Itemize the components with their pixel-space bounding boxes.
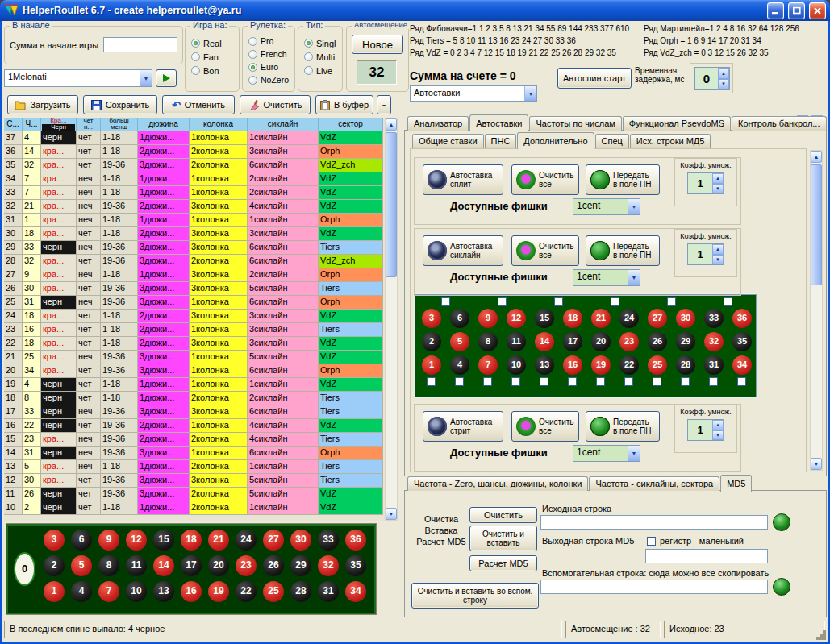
board-number-7[interactable]: 7 xyxy=(98,581,119,602)
board-number-19[interactable]: 19 xyxy=(591,355,611,375)
board-number-23[interactable]: 23 xyxy=(236,555,257,576)
radio-real[interactable]: Real xyxy=(191,36,237,50)
chips-combo-0[interactable]: 1cent▼ xyxy=(573,198,640,215)
bet-checkbox-bottom-3[interactable] xyxy=(511,377,520,386)
save-button[interactable]: Сохранить xyxy=(83,95,157,114)
board-number-34[interactable]: 34 xyxy=(345,581,366,602)
board-number-12[interactable]: 12 xyxy=(126,530,147,551)
transfer-button-2[interactable]: Передать в поле ПН xyxy=(586,411,660,442)
board-number-26[interactable]: 26 xyxy=(648,332,667,351)
clear-button[interactable]: Очистить xyxy=(240,95,311,114)
bet-checkbox-bottom-9[interactable] xyxy=(681,377,690,386)
table-scrollbar[interactable]: ▲ ▼ xyxy=(385,118,398,521)
board-number-6[interactable]: 6 xyxy=(71,530,92,551)
sub-tab-0[interactable]: Общие ставки xyxy=(412,134,484,148)
board-number-29[interactable]: 29 xyxy=(290,555,311,576)
bottom-tab-0[interactable]: Частота - Zero, шансы, дюжины, колонки xyxy=(407,476,588,491)
board-number-25[interactable]: 25 xyxy=(263,581,284,602)
md5-calc-button[interactable]: Расчет MD5 xyxy=(469,555,537,571)
register-checkbox[interactable] xyxy=(647,537,656,546)
transfer-button-0[interactable]: Передать в поле ПН xyxy=(586,164,660,195)
radio-french[interactable]: French xyxy=(248,48,293,60)
board-number-30[interactable]: 30 xyxy=(290,530,311,551)
board-number-21[interactable]: 21 xyxy=(208,530,229,551)
board-number-36[interactable]: 36 xyxy=(345,530,366,551)
board-number-35[interactable]: 35 xyxy=(345,555,366,576)
board-number-18[interactable]: 18 xyxy=(181,530,202,551)
undo-button[interactable]: ↶ Отменить xyxy=(162,95,235,114)
board-number-20[interactable]: 20 xyxy=(591,332,611,351)
right-scroll-thumb[interactable] xyxy=(811,164,822,285)
board-number-30[interactable]: 30 xyxy=(676,309,695,328)
close-button[interactable] xyxy=(809,2,826,19)
board-number-31[interactable]: 31 xyxy=(704,355,724,375)
board-number-13[interactable]: 13 xyxy=(535,355,554,375)
md5-clear-insert-aux-button[interactable]: Очистить и вставить во вспом. строку xyxy=(411,583,539,609)
board-number-9[interactable]: 9 xyxy=(478,309,498,328)
bet-checkbox-bottom-0[interactable] xyxy=(427,377,436,386)
main-tab-1[interactable]: Автоставки xyxy=(469,114,528,131)
maximize-button[interactable] xyxy=(788,2,805,19)
board-number-35[interactable]: 35 xyxy=(732,332,752,351)
board-number-15[interactable]: 15 xyxy=(153,530,174,551)
clear-all-button-2[interactable]: Очистить все xyxy=(511,411,579,442)
board-number-8[interactable]: 8 xyxy=(478,332,498,351)
radio-nozero[interactable]: NoZero xyxy=(248,73,293,86)
main-tab-0[interactable]: Анализатор xyxy=(407,116,469,131)
right-panel-scrollbar[interactable]: ▲ ▼ xyxy=(810,150,823,471)
bet-checkbox-bottom-5[interactable] xyxy=(568,377,577,386)
bet-checkbox-bottom-4[interactable] xyxy=(540,377,548,386)
main-tab-3[interactable]: Функционал PsevdoMS xyxy=(623,116,731,131)
play-button[interactable] xyxy=(156,69,177,87)
spinner-up-button[interactable]: ▲ xyxy=(712,420,724,430)
sub-tab-3[interactable]: Спец xyxy=(595,134,629,148)
board-number-32[interactable]: 32 xyxy=(318,555,339,576)
board-number-4[interactable]: 4 xyxy=(450,355,469,375)
board-number-31[interactable]: 31 xyxy=(318,581,339,602)
bet-checkbox-bottom-11[interactable] xyxy=(737,377,746,386)
radio-live[interactable]: Live xyxy=(304,64,340,77)
aux-string-input[interactable] xyxy=(540,580,768,594)
board-number-19[interactable]: 19 xyxy=(208,581,229,602)
md5-green-button-aux[interactable] xyxy=(773,578,790,596)
bet-checkbox-top-4[interactable] xyxy=(667,297,676,306)
new-shift-button[interactable]: Новое xyxy=(352,35,403,54)
board-number-33[interactable]: 33 xyxy=(704,309,724,328)
board-number-36[interactable]: 36 xyxy=(732,309,752,328)
autobet-button-2[interactable]: Автоставка стрит xyxy=(423,411,503,442)
minimize-button[interactable] xyxy=(767,2,784,19)
radio-fan[interactable]: Fan xyxy=(191,50,237,64)
output-string-input[interactable] xyxy=(645,549,768,563)
sub-tab-1[interactable]: ПНС xyxy=(485,134,517,148)
radio-euro[interactable]: Euro xyxy=(248,60,293,73)
board-number-13[interactable]: 13 xyxy=(153,581,174,602)
scroll-down-icon[interactable]: ▼ xyxy=(811,458,822,470)
board-number-16[interactable]: 16 xyxy=(181,581,202,602)
resize-grip[interactable] xyxy=(823,637,826,640)
board-number-17[interactable]: 17 xyxy=(563,332,582,351)
autobet-button-1[interactable]: Автоставка сиклайн xyxy=(423,235,503,266)
board-number-5[interactable]: 5 xyxy=(71,555,92,576)
autobets-combo[interactable]: Автоставки ▼ xyxy=(410,85,537,102)
board-number-10[interactable]: 10 xyxy=(126,581,147,602)
board-number-22[interactable]: 22 xyxy=(236,581,257,602)
board-number-25[interactable]: 25 xyxy=(648,355,667,375)
autobet-button-0[interactable]: Автоставка сплит xyxy=(423,164,503,195)
sub-tab-4[interactable]: Исх. строки МД5 xyxy=(630,134,711,148)
board-number-14[interactable]: 14 xyxy=(153,555,174,576)
board-number-22[interactable]: 22 xyxy=(619,355,639,375)
board-number-12[interactable]: 12 xyxy=(507,309,526,328)
board-number-3[interactable]: 3 xyxy=(44,530,65,551)
board-number-18[interactable]: 18 xyxy=(563,309,582,328)
board-number-29[interactable]: 29 xyxy=(676,332,695,351)
radio-multi[interactable]: Multi xyxy=(304,50,340,64)
board-number-4[interactable]: 4 xyxy=(71,581,92,602)
profile-combo[interactable]: 1Melonati ▼ xyxy=(4,69,152,87)
bet-checkbox-bottom-8[interactable] xyxy=(653,377,661,386)
board-number-16[interactable]: 16 xyxy=(563,355,582,375)
transfer-button-1[interactable]: Передать в поле ПН xyxy=(586,235,660,266)
board-number-11[interactable]: 11 xyxy=(126,555,147,576)
board-number-11[interactable]: 11 xyxy=(507,332,526,351)
board-number-20[interactable]: 20 xyxy=(208,555,229,576)
bet-checkbox-top-0[interactable] xyxy=(441,297,450,306)
